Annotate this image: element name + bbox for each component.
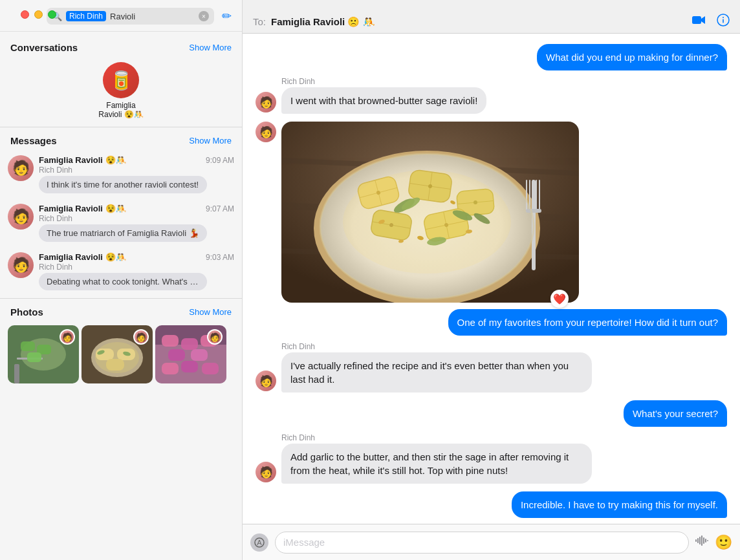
svg-rect-27 [723,19,724,23]
sender-avatar: 🧑 [256,462,276,482]
message-row: One of my favorites from your repertoire… [256,309,727,336]
message-row: 🧑 [256,122,727,303]
bubble-incoming: Add garlic to the butter, and then stir … [281,444,592,484]
svg-rect-6 [27,352,41,362]
svg-rect-17 [162,335,179,347]
message-row: 🧑 I've actually refined the recipe and i… [256,352,727,393]
sender-label: Rich Dinh [281,77,727,86]
sender-avatar: 🧑 [256,122,276,142]
photo-avatar: 🧑 [60,329,75,345]
message-row: 🧑 I went with that browned-butter sage r… [256,87,727,114]
svg-rect-70 [539,180,540,212]
svg-rect-80 [705,539,706,543]
msg-preview: Debating what to cook tonight. What's on… [39,273,207,290]
list-item[interactable]: 🧑 Famiglia Ravioli 😵🤼 9:09 AM Rich Dinh … [0,150,242,199]
bubble-outgoing: What's your secret? [624,400,727,427]
photos-show-more[interactable]: Show More [189,307,232,317]
chat-messages: What did you end up making for dinner? R… [243,34,740,524]
bubble-outgoing: One of my favorites from your repertoire… [448,309,728,336]
messages-title: Messages [10,135,57,146]
conversations-show-more[interactable]: Show More [189,43,232,52]
bubble-outgoing: What did you end up making for dinner? [537,44,727,70]
conversation-avatar: 🥫 [103,62,139,98]
fullscreen-button[interactable] [48,10,56,19]
msg-group-name: Famiglia Ravioli 😵🤼 [39,252,126,262]
svg-rect-79 [703,537,704,544]
search-term: Ravioli [110,12,135,21]
svg-rect-22 [162,363,179,374]
close-button[interactable] [21,10,29,19]
message-row: What did you end up making for dinner? [256,44,727,70]
svg-text:A: A [257,539,262,546]
input-placeholder: iMessage [283,537,325,548]
conversation-name: FamigliaRavioli 😵🤼 [98,101,143,119]
svg-rect-71 [526,209,541,213]
msg-sender: Rich Dinh [39,214,234,223]
conversations-title: Conversations [10,42,78,53]
photo-thumb[interactable]: 🧑 [8,325,79,383]
image-bubble[interactable]: ❤️ [281,122,579,303]
svg-rect-66 [526,180,527,212]
svg-rect-2 [14,364,19,383]
svg-rect-25 [692,16,701,24]
chat-recipient: Famiglia Ravioli 🙁 🤼 [271,16,375,28]
conversation-famiglia[interactable]: 🥫 FamigliaRavioli 😵🤼 [0,57,242,124]
msg-sender: Rich Dinh [39,263,234,272]
search-clear-button[interactable]: × [199,11,209,21]
sender-label: Rich Dinh [281,342,727,351]
svg-rect-68 [532,180,534,212]
photo-avatar: 🧑 [207,329,223,345]
bubble-outgoing: Incredible. I have to try making this fo… [512,491,727,518]
chat-input-bar: A iMessage [243,524,740,560]
msg-avatar: 🧑 [8,155,34,181]
emoji-button[interactable]: 🙂 [715,534,732,551]
info-icon[interactable] [717,14,730,30]
svg-rect-18 [181,338,198,350]
messages-show-more[interactable]: Show More [189,136,232,145]
svg-point-64 [343,170,511,274]
photo-avatar: 🧑 [133,329,149,345]
list-item[interactable]: 🧑 Famiglia Ravioli 😵🤼 9:03 AM Rich Dinh … [0,247,242,296]
svg-rect-75 [695,539,697,542]
svg-rect-78 [701,535,702,546]
bubble-incoming: I've actually refined the recipe and it'… [281,352,592,393]
msg-time: 9:07 AM [206,204,234,213]
msg-sender: Rich Dinh [39,166,234,175]
svg-rect-77 [699,537,701,544]
svg-rect-12 [106,359,124,371]
waveform-icon[interactable] [695,535,710,550]
search-bar[interactable]: 🔍 Rich Dinh Ravioli × [47,8,214,25]
bubble-incoming: I went with that browned-butter sage rav… [281,87,486,114]
msg-time: 9:09 AM [206,156,234,165]
to-label: To: [253,16,266,27]
sender-avatar: 🧑 [256,371,276,391]
search-chip: Rich Dinh [66,11,106,21]
minimize-button[interactable] [34,10,43,19]
svg-rect-23 [181,361,198,372]
photo-thumb[interactable]: 🧑 [82,325,153,383]
message-row: 🧑 Add garlic to the butter, and then sti… [256,444,727,484]
message-input[interactable]: iMessage [275,532,689,554]
svg-rect-69 [536,180,537,212]
svg-rect-20 [168,349,185,361]
message-row: Incredible. I have to try making this fo… [256,491,727,518]
svg-rect-21 [191,349,208,361]
message-row: What's your secret? [256,400,727,427]
compose-button[interactable]: ✏ [219,6,234,26]
msg-time: 9:03 AM [206,253,234,262]
msg-avatar: 🧑 [8,252,34,278]
svg-rect-81 [707,540,708,541]
svg-rect-24 [202,363,219,374]
svg-rect-76 [697,538,699,543]
svg-rect-4 [21,341,35,351]
msg-preview: The true matriarch of Famiglia Ravioli 💃 [39,224,207,242]
reaction-badge: ❤️ [550,290,569,308]
apps-button[interactable]: A [250,533,268,552]
photo-thumb[interactable]: 🧑 [155,325,226,383]
search-content: Rich Dinh Ravioli [66,11,195,21]
facetime-video-icon[interactable] [692,15,706,28]
sender-label: Rich Dinh [281,433,727,442]
svg-point-28 [723,17,724,18]
list-item[interactable]: 🧑 Famiglia Ravioli 😵🤼 9:07 AM Rich Dinh … [0,199,242,247]
msg-group-name: Famiglia Ravioli 😵🤼 [39,155,126,165]
